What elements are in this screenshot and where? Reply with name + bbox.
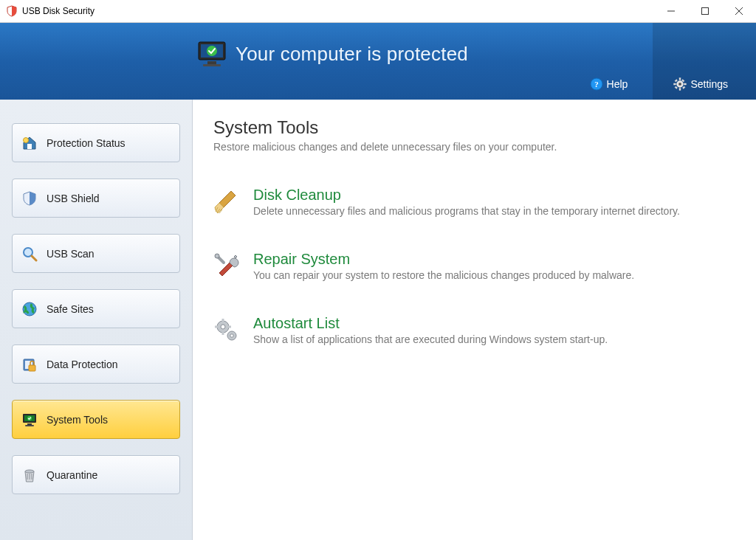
- sidebar-item-label: System Tools: [47, 414, 108, 426]
- tool-desc: You can repair your system to restore th…: [253, 269, 634, 281]
- sidebar: Protection Status USB Shield USB Scan: [0, 100, 193, 540]
- svg-rect-0: [702, 8, 709, 15]
- tool-desc: Show a list of applications that are exe…: [253, 333, 608, 345]
- tool-title: Repair System: [253, 251, 634, 268]
- monitor-check-icon: [196, 38, 228, 70]
- sidebar-item-label: USB Scan: [47, 248, 94, 260]
- tool-title: Disk Cleanup: [253, 187, 680, 204]
- titlebar: USB Disk Security: [0, 0, 756, 23]
- svg-point-29: [25, 470, 34, 473]
- sidebar-item-protection-status[interactable]: Protection Status: [12, 123, 180, 162]
- globe-icon: [21, 301, 38, 317]
- close-button[interactable]: [722, 0, 756, 22]
- svg-rect-23: [29, 365, 35, 371]
- broom-icon: [213, 188, 240, 215]
- svg-point-32: [221, 325, 225, 329]
- svg-rect-10: [679, 78, 681, 80]
- sidebar-item-safe-sites[interactable]: Safe Sites: [12, 289, 180, 328]
- sidebar-item-label: Data Protection: [47, 359, 118, 370]
- svg-rect-4: [203, 64, 221, 66]
- page-subtitle: Restore malicious changes and delete unn…: [213, 141, 729, 153]
- tool-autostart-list[interactable]: Autostart List Show a list of applicatio…: [213, 315, 729, 345]
- minimize-button[interactable]: [654, 0, 688, 22]
- svg-text:?: ?: [594, 80, 599, 89]
- status-text: Your computer is protected: [236, 43, 468, 66]
- sidebar-item-label: Quarantine: [47, 469, 97, 481]
- svg-rect-3: [207, 61, 216, 64]
- sidebar-item-usb-shield[interactable]: USB Shield: [12, 179, 180, 218]
- svg-point-30: [215, 254, 219, 258]
- tool-disk-cleanup[interactable]: Disk Cleanup Delete unnecessary files an…: [213, 187, 729, 217]
- svg-point-38: [230, 334, 233, 337]
- svg-rect-13: [684, 83, 687, 85]
- svg-rect-11: [679, 89, 681, 91]
- banner-status: Your computer is protected: [196, 38, 468, 70]
- sidebar-item-data-protection[interactable]: Data Protection: [12, 345, 180, 384]
- tools-icon: [213, 252, 240, 279]
- sidebar-item-label: Protection Status: [47, 137, 126, 149]
- svg-rect-15: [683, 86, 686, 89]
- gears-icon: [213, 316, 240, 343]
- sidebar-item-system-tools[interactable]: System Tools: [12, 400, 180, 439]
- monitor-icon: [21, 412, 38, 428]
- svg-rect-14: [675, 80, 678, 83]
- svg-rect-12: [674, 83, 676, 85]
- shield-icon: [21, 190, 38, 207]
- svg-rect-34: [222, 332, 224, 335]
- tool-desc: Delete unnecessary files and malicious p…: [253, 205, 680, 217]
- sidebar-item-quarantine[interactable]: Quarantine: [12, 455, 180, 494]
- help-button[interactable]: ? Help: [580, 73, 639, 95]
- magnifier-icon: [21, 246, 38, 262]
- sidebar-item-usb-scan[interactable]: USB Scan: [12, 234, 180, 273]
- page-title: System Tools: [213, 117, 729, 138]
- maximize-button[interactable]: [688, 0, 722, 22]
- lock-file-icon: [21, 356, 38, 373]
- tool-title: Autostart List: [253, 315, 608, 332]
- settings-button[interactable]: Settings: [663, 73, 738, 95]
- svg-rect-26: [27, 423, 32, 425]
- window-title: USB Disk Security: [22, 6, 94, 16]
- help-icon: ?: [590, 77, 603, 91]
- svg-rect-35: [215, 326, 218, 328]
- svg-point-9: [678, 83, 681, 86]
- svg-rect-27: [25, 425, 34, 426]
- svg-rect-33: [222, 319, 224, 322]
- app-shield-icon: [6, 5, 18, 17]
- svg-point-18: [24, 137, 29, 142]
- home-shield-icon: [21, 135, 38, 151]
- sidebar-item-label: Safe Sites: [47, 303, 94, 315]
- gear-icon: [673, 77, 687, 91]
- trash-icon: [21, 467, 38, 483]
- svg-rect-36: [228, 326, 231, 328]
- svg-rect-17: [675, 86, 678, 89]
- tool-repair-system[interactable]: Repair System You can repair your system…: [213, 251, 729, 281]
- help-label: Help: [607, 78, 628, 90]
- sidebar-item-label: USB Shield: [47, 193, 100, 204]
- main-panel: System Tools Restore malicious changes a…: [193, 100, 756, 540]
- settings-label: Settings: [690, 78, 728, 90]
- status-banner: Your computer is protected ? Help: [0, 23, 756, 100]
